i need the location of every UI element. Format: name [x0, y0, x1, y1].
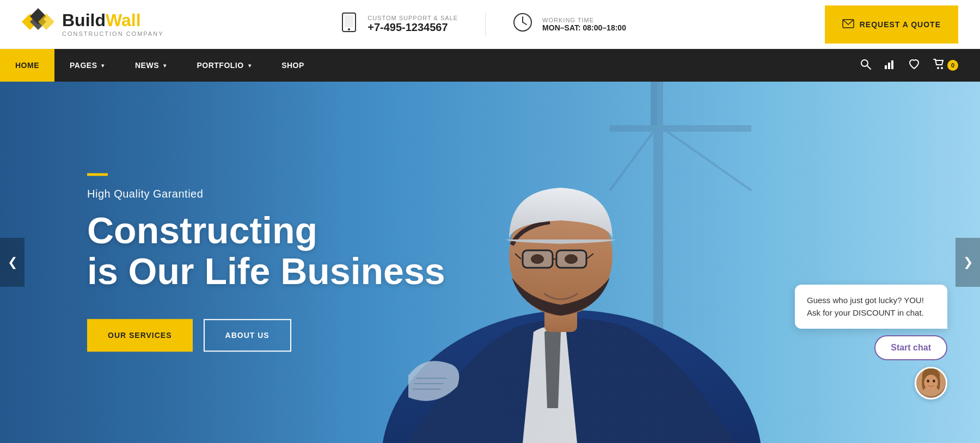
svg-line-9 — [523, 22, 526, 24]
nav-news[interactable]: NEWS ▾ — [120, 49, 182, 82]
working-text: WORKING TIME MON–SAT: 08:00–18:00 — [542, 17, 626, 32]
logo-name: BuildWall — [62, 11, 163, 29]
chat-avatar-image — [916, 367, 946, 398]
svg-rect-13 — [885, 65, 887, 69]
svg-point-17 — [941, 67, 943, 69]
site-header: BuildWall CONSTRUCTION COMPANY CUSTOM SU… — [0, 0, 980, 49]
support-text: CUSTOM SUPPORT & SALE +7-495-1234567 — [367, 15, 458, 34]
svg-point-16 — [937, 67, 939, 69]
logo-text: BuildWall CONSTRUCTION COMPANY — [62, 11, 163, 37]
working-time-info: WORKING TIME MON–SAT: 08:00–18:00 — [486, 13, 653, 36]
phone-icon — [340, 13, 358, 36]
about-us-button[interactable]: ABOUT US — [204, 319, 291, 352]
start-chat-button[interactable]: Start chat — [874, 335, 947, 360]
svg-point-41 — [927, 379, 929, 382]
hero-section: ❮ High Quality Garantied Constructing is… — [0, 82, 980, 443]
svg-rect-14 — [888, 63, 890, 69]
hero-content: High Quality Garantied Constructing is O… — [87, 173, 445, 352]
nav-pages[interactable]: PAGES ▾ — [54, 49, 120, 82]
envelope-icon — [842, 19, 854, 30]
chat-widget: Guess who just got lucky? YOU! Ask for y… — [795, 285, 947, 399]
logo[interactable]: BuildWall CONSTRUCTION COMPANY — [22, 8, 163, 41]
wishlist-heart-icon[interactable] — [908, 59, 920, 72]
svg-point-11 — [861, 60, 868, 66]
nav-left: HOME PAGES ▾ NEWS ▾ PORTFOLIO ▾ SHOP — [0, 49, 320, 82]
chat-avatar[interactable] — [915, 367, 947, 399]
nav-home[interactable]: HOME — [0, 49, 54, 82]
hero-title: Constructing is Our Life Business — [87, 210, 445, 292]
logo-icon — [22, 8, 54, 41]
cart-wrap[interactable]: 0 — [933, 59, 958, 72]
bars-chart-icon[interactable] — [884, 59, 895, 72]
chat-bubble: Guess who just got lucky? YOU! Ask for y… — [795, 285, 947, 329]
news-chevron: ▾ — [163, 63, 167, 69]
cart-count-badge: 0 — [947, 60, 958, 71]
cart-icon — [933, 59, 945, 72]
request-quote-button[interactable]: REQUEST A QUOTE — [825, 5, 958, 44]
svg-point-6 — [348, 28, 350, 30]
svg-point-40 — [924, 374, 938, 390]
main-nav: HOME PAGES ▾ NEWS ▾ PORTFOLIO ▾ SHOP — [0, 49, 980, 82]
portfolio-chevron: ▾ — [248, 63, 252, 69]
svg-rect-15 — [891, 60, 893, 69]
hero-buttons: OUR SERVICES ABOUT US — [87, 319, 445, 352]
clock-icon — [513, 13, 532, 36]
hero-prev-arrow[interactable]: ❮ — [0, 238, 24, 287]
header-center: CUSTOM SUPPORT & SALE +7-495-1234567 WOR… — [313, 13, 653, 36]
nav-portfolio[interactable]: PORTFOLIO ▾ — [181, 49, 266, 82]
hero-subtitle: High Quality Garantied — [87, 188, 445, 200]
nav-shop[interactable]: SHOP — [266, 49, 320, 82]
svg-line-12 — [867, 66, 871, 69]
search-icon[interactable] — [860, 59, 871, 72]
hero-accent-line — [87, 173, 108, 176]
pages-chevron: ▾ — [101, 63, 105, 69]
svg-point-42 — [933, 379, 935, 382]
our-services-button[interactable]: OUR SERVICES — [87, 319, 193, 352]
svg-rect-5 — [345, 15, 353, 27]
logo-tagline: CONSTRUCTION COMPANY — [62, 30, 163, 37]
hero-next-arrow[interactable]: ❯ — [955, 238, 980, 287]
nav-right: 0 — [860, 59, 980, 72]
support-info: CUSTOM SUPPORT & SALE +7-495-1234567 — [313, 13, 486, 36]
